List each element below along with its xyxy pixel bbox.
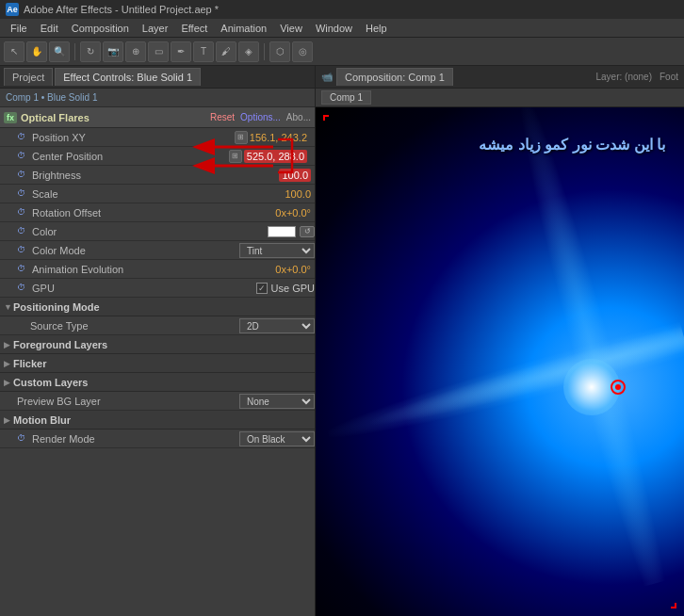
tool-text[interactable]: T: [193, 41, 214, 62]
comp-tab[interactable]: Composition: Comp 1: [336, 68, 453, 86]
prop-color-mode[interactable]: ⏱ Color Mode Tint Screen Add: [0, 241, 315, 260]
breadcrumb: Comp 1 • Blue Solid 1: [0, 89, 315, 107]
prop-name-animation-evolution: Animation Evolution: [32, 264, 275, 275]
timer-icon-ae: ⏱: [17, 264, 28, 275]
gpu-checkbox-label: Use GPU: [271, 283, 315, 294]
prop-value-animation-evolution[interactable]: 0x+0.0°: [275, 264, 311, 275]
prop-value-center-position[interactable]: 525.0, 288.0: [244, 150, 307, 163]
prop-value-rotation-offset[interactable]: 0x+0.0°: [275, 207, 311, 219]
color-reset-button[interactable]: ↺: [300, 226, 315, 237]
prop-value-brightness[interactable]: 100.0: [279, 169, 311, 182]
section-name-positioning-mode: Positioning Mode: [13, 301, 100, 313]
timer-icon-br: ⏱: [17, 170, 28, 181]
viewer-corner-br: [671, 603, 676, 608]
effect-name: Optical Flares: [21, 112, 204, 123]
render-mode-dropdown[interactable]: On Black On Transparent Glow Only: [239, 431, 315, 446]
menu-window[interactable]: Window: [309, 21, 359, 36]
prop-source-type[interactable]: Source Type 2D 3D: [0, 316, 315, 335]
menu-view[interactable]: View: [273, 21, 309, 36]
tool-extra2[interactable]: ◎: [292, 41, 313, 62]
menu-effect[interactable]: Effect: [174, 21, 214, 36]
comp-viewer: با این شدت نور کمو زیاد میشه: [316, 107, 684, 616]
color-mode-dropdown[interactable]: Tint Screen Add: [239, 243, 315, 258]
comp-header: 📹 Composition: Comp 1 Layer: (none) Foot: [316, 66, 684, 89]
panel-tabs: Project Effect Controls: Blue Solid 1: [0, 66, 315, 89]
section-motion-blur[interactable]: Motion Blur: [0, 411, 315, 430]
tab-effect-controls[interactable]: Effect Controls: Blue Solid 1: [55, 68, 201, 86]
left-panel: Project Effect Controls: Blue Solid 1 Co…: [0, 66, 316, 616]
menu-layer[interactable]: Layer: [136, 21, 175, 36]
prop-name-render-mode: Render Mode: [32, 433, 239, 445]
custom-layers-arrow[interactable]: [4, 378, 13, 387]
menu-edit[interactable]: Edit: [34, 21, 65, 36]
prop-render-mode[interactable]: ⏱ Render Mode On Black On Transparent Gl…: [0, 430, 315, 448]
title-bar: Ae Adobe After Effects - Untitled Projec…: [0, 0, 684, 19]
tool-pen[interactable]: ✒: [171, 41, 191, 62]
center-pos-icon-btn[interactable]: ⊞: [229, 150, 242, 163]
positioning-mode-arrow[interactable]: [4, 302, 13, 312]
prop-name-center-position: Center Position: [32, 151, 229, 162]
tool-brush[interactable]: 🖌: [216, 41, 236, 62]
section-name-flicker: Flicker: [13, 358, 46, 369]
tool-hand[interactable]: ✋: [26, 41, 47, 62]
prop-gpu[interactable]: ⏱ GPU Use GPU: [0, 279, 315, 298]
prop-color[interactable]: ⏱ Color ↺: [0, 222, 315, 241]
fx-badge: fx: [4, 112, 17, 123]
center-pos-input-group: ⊞ 525.0, 288.0: [229, 150, 311, 163]
tab-project[interactable]: Project: [4, 68, 53, 86]
section-name-motion-blur: Motion Blur: [13, 414, 71, 426]
menu-help[interactable]: Help: [359, 21, 394, 36]
prop-name-rotation-offset: Rotation Offset: [32, 207, 275, 219]
color-swatch[interactable]: [268, 226, 296, 237]
foreground-layers-arrow[interactable]: [4, 340, 13, 349]
reset-button[interactable]: Reset: [210, 112, 235, 122]
position-xy-icon-btn[interactable]: ⊞: [235, 131, 248, 144]
menu-bar: File Edit Composition Layer Effect Anima…: [0, 19, 684, 38]
tool-clone[interactable]: ◈: [238, 41, 259, 62]
prop-brightness[interactable]: ⏱ Brightness 100.0: [0, 166, 315, 185]
section-positioning-mode[interactable]: Positioning Mode: [0, 298, 315, 316]
timer-icon-cp: ⏱: [17, 151, 28, 162]
preview-bg-dropdown[interactable]: None: [239, 394, 315, 409]
prop-name-position-xy: Position XY: [32, 132, 235, 143]
viewer-corner-tl: [323, 115, 329, 121]
prop-preview-bg-layer[interactable]: Preview BG Layer None: [0, 392, 315, 411]
motion-blur-arrow[interactable]: [4, 415, 13, 425]
tool-camera[interactable]: 📷: [103, 41, 123, 62]
menu-file[interactable]: File: [4, 21, 34, 36]
menu-composition[interactable]: Composition: [65, 21, 136, 36]
prop-rotation-offset[interactable]: ⏱ Rotation Offset 0x+0.0°: [0, 203, 315, 222]
prop-name-preview-bg: Preview BG Layer: [17, 396, 239, 407]
section-custom-layers[interactable]: Custom Layers: [0, 373, 315, 392]
tool-zoom[interactable]: 🔍: [49, 41, 70, 62]
section-flicker[interactable]: Flicker: [0, 354, 315, 373]
layer-none-label: Layer: (none): [596, 72, 652, 82]
source-type-dropdown[interactable]: 2D 3D: [239, 318, 315, 333]
position-xy-input-group: ⊞ 156.1, 243.2: [235, 131, 311, 144]
section-foreground-layers[interactable]: Foreground Layers: [0, 335, 315, 354]
right-panel: 📹 Composition: Comp 1 Layer: (none) Foot…: [316, 66, 684, 616]
prop-value-scale[interactable]: 100.0: [285, 188, 311, 200]
menu-animation[interactable]: Animation: [214, 21, 273, 36]
prop-value-position-xy[interactable]: 156.1, 243.2: [250, 132, 307, 143]
prop-name-source-type: Source Type: [30, 320, 239, 332]
tool-anchor[interactable]: ⊕: [125, 41, 146, 62]
annotation-text: با این شدت نور کمو زیاد میشه: [479, 136, 665, 154]
prop-name-gpu: GPU: [32, 283, 256, 294]
about-button[interactable]: Abo...: [286, 112, 311, 122]
prop-position-xy[interactable]: ⏱ Position XY ⊞ 156.1, 243.2: [0, 128, 315, 147]
tool-shape[interactable]: ▭: [148, 41, 169, 62]
section-name-custom-layers: Custom Layers: [13, 377, 88, 388]
timer-icon-col: ⏱: [17, 226, 28, 237]
prop-scale[interactable]: ⏱ Scale 100.0: [0, 185, 315, 203]
prop-animation-evolution[interactable]: ⏱ Animation Evolution 0x+0.0°: [0, 260, 315, 279]
options-button[interactable]: Options...: [240, 112, 281, 122]
gpu-checkbox[interactable]: [256, 283, 268, 294]
tool-extra1[interactable]: ⬡: [269, 41, 290, 62]
flicker-arrow[interactable]: [4, 359, 13, 368]
section-name-foreground-layers: Foreground Layers: [13, 339, 107, 350]
prop-center-position[interactable]: ⏱ Center Position ⊞ 525.0, 288.0: [0, 147, 315, 166]
comp-subtab[interactable]: Comp 1: [321, 90, 371, 105]
tool-arrow[interactable]: ↖: [4, 41, 24, 62]
tool-rotate[interactable]: ↻: [80, 41, 101, 62]
